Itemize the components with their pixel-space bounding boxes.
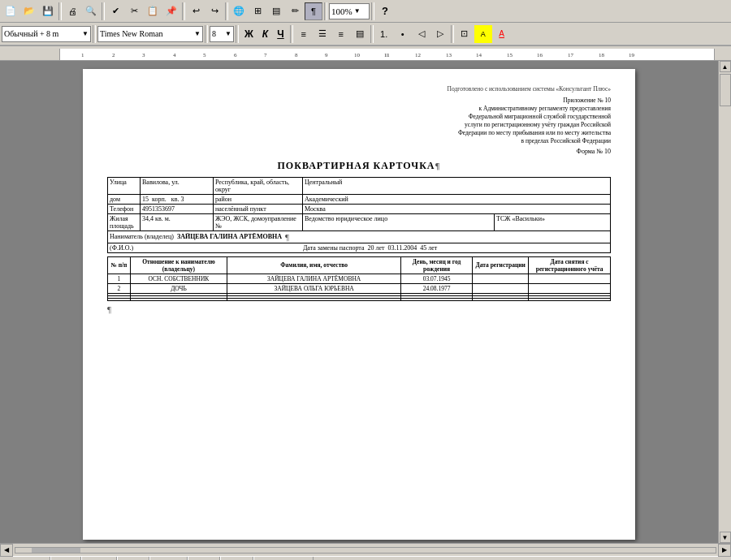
- justify-button[interactable]: ▤: [351, 25, 369, 43]
- fio-label: (Ф.И.О.): [110, 244, 133, 252]
- dom-cells: 15 корп. кв. 3: [141, 194, 214, 204]
- cell-rel: ОСН. СОБСТВЕННИК: [130, 274, 227, 283]
- hyperlink-button[interactable]: 🌐: [230, 2, 248, 20]
- scroll-thumb[interactable]: [720, 74, 731, 106]
- status-col: Кол 1: [81, 557, 117, 560]
- cell-name: [227, 298, 401, 300]
- scroll-right-button[interactable]: ▶: [718, 544, 731, 557]
- separator12: [451, 25, 454, 43]
- street-label-cell: Улица: [108, 177, 141, 194]
- help-button[interactable]: ?: [376, 2, 394, 20]
- highlight-button[interactable]: A: [474, 25, 492, 43]
- status-vdl: ВДЛ: [188, 557, 220, 560]
- cell-dereg: [529, 283, 611, 293]
- cell-reg: [473, 283, 529, 293]
- scrollbar-vertical[interactable]: ▲ ▼: [718, 61, 731, 543]
- scroll-down-button[interactable]: ▼: [720, 532, 731, 543]
- scroll-left-button[interactable]: ◀: [0, 544, 13, 557]
- font-dropdown[interactable]: Times New Roman ▼: [97, 26, 203, 42]
- columns-button[interactable]: ▤: [267, 2, 285, 20]
- scroll-up-button[interactable]: ▲: [720, 61, 731, 72]
- separator8: [205, 25, 208, 43]
- cell-name: ЗАЙЦЕВА ГАЛИНА АРТЁМОВНА: [227, 274, 401, 283]
- separator10: [290, 25, 293, 43]
- appendix-line5: Федерации по месту прибывания или по мес…: [107, 129, 611, 137]
- status-lang: русский (Ро: [253, 557, 314, 560]
- bold-button[interactable]: Ж: [240, 25, 257, 43]
- print-preview-button[interactable]: 🔍: [82, 2, 100, 20]
- font-label: Times New Roman: [100, 29, 194, 38]
- zoom-box[interactable]: 100% ▼: [329, 3, 370, 19]
- status-bar: На 1,5см Ст 1 Кол 1 ЗАП ИСПР ВДЛ ЗАМ рус…: [0, 556, 731, 560]
- tel-label-cell: Телефон: [108, 204, 141, 213]
- zhpl-label-cell: Жилая площадь: [108, 213, 141, 230]
- cell-dereg: [529, 274, 611, 283]
- cell-birth: 24.08.1977: [401, 283, 473, 293]
- underline-button[interactable]: Ч: [273, 25, 288, 43]
- font-dropdown-icon[interactable]: ▼: [194, 30, 201, 37]
- indent-increase-button[interactable]: ▷: [431, 25, 449, 43]
- size-dropdown-icon[interactable]: ▼: [225, 30, 231, 37]
- paragraph-marks-button[interactable]: ¶: [305, 2, 322, 20]
- cell-birth: [401, 298, 473, 300]
- scrollbar-horizontal-container: ◀ ▶: [0, 543, 731, 556]
- scroll-thumb-h[interactable]: [32, 548, 80, 553]
- zoom-dropdown-icon[interactable]: ▼: [354, 7, 361, 15]
- table-row: [108, 298, 611, 300]
- paste-button[interactable]: 📌: [162, 2, 180, 20]
- new-button[interactable]: 📄: [2, 2, 19, 20]
- scrollbar-track[interactable]: [15, 547, 716, 554]
- save-button[interactable]: 💾: [39, 2, 57, 20]
- col-reg-header: Дата регистрации: [473, 256, 529, 274]
- passp-section: Дата замены паспорта 20 лет 03.11.2004 4…: [303, 244, 437, 252]
- undo-button[interactable]: ↩: [187, 2, 205, 20]
- ruler: 1 2 3 4 5 6 7 8 9 10 11 12 13 14 15 16 1…: [0, 46, 731, 61]
- cell-rel: ДОЧЬ: [130, 283, 227, 293]
- city-value-cell: Москва: [303, 204, 611, 213]
- drawing-button[interactable]: ✏: [286, 2, 304, 20]
- cut-button[interactable]: ✂: [125, 2, 143, 20]
- col-num-header: № п/п: [108, 256, 131, 274]
- separator3: [182, 2, 185, 20]
- indent-decrease-button[interactable]: ◁: [413, 25, 430, 43]
- status-zap: ЗАП: [117, 557, 149, 560]
- style-dropdown[interactable]: Обычный + 8 m ▼: [2, 26, 91, 42]
- zoom-value: 100%: [331, 6, 353, 16]
- style-label: Обычный + 8 m: [4, 29, 82, 38]
- cell-birth: 03.07.1945: [401, 274, 473, 283]
- col-birth-header: День, месяц и год рождения: [401, 256, 473, 274]
- para-mark1: ¶: [285, 232, 289, 242]
- vedomstvo-cell: Ведомство юридическое лицо: [303, 213, 495, 230]
- table-button[interactable]: ⊞: [249, 2, 266, 20]
- outside-border-button[interactable]: ⊡: [456, 25, 474, 43]
- final-para: ¶: [107, 304, 611, 314]
- separator5: [324, 2, 327, 20]
- size-label: 8: [212, 29, 225, 38]
- align-center-button[interactable]: ☰: [314, 25, 331, 43]
- bullets-button[interactable]: •: [394, 25, 412, 43]
- nanimat-row: Наниматель (владелец) ЗАЙЦЕВА ГАЛИНА АРТ…: [107, 231, 611, 243]
- print-button[interactable]: 🖨: [63, 2, 81, 20]
- spell-button[interactable]: ✔: [106, 2, 124, 20]
- col-name-header: Фамилия, имя, отчество: [227, 256, 401, 274]
- col-dereg-header: Дата снятия с регистрационного учёта: [529, 256, 611, 274]
- doc-area[interactable]: Подготовлено с использованием системы «К…: [0, 61, 718, 543]
- cell-num: 1: [108, 274, 131, 283]
- separator6: [371, 2, 374, 20]
- style-dropdown-icon[interactable]: ▼: [82, 30, 89, 37]
- appendix-line2: к Административному регламенту предостав…: [107, 105, 611, 113]
- open-button[interactable]: 📂: [20, 2, 38, 20]
- align-right-button[interactable]: ≡: [332, 25, 350, 43]
- italic-button[interactable]: К: [258, 25, 272, 43]
- rayon-value-cell: Академический: [303, 194, 611, 204]
- numbering-button[interactable]: 1.: [375, 25, 393, 43]
- copy-button[interactable]: 📋: [144, 2, 162, 20]
- doc-header-prepared: Подготовлено с использованием системы «К…: [107, 85, 611, 93]
- ruler-white: [59, 49, 715, 60]
- align-left-button[interactable]: ≡: [295, 25, 313, 43]
- appendix-line4: услуги по регистрационному учёту граждан…: [107, 121, 611, 129]
- size-dropdown[interactable]: 8 ▼: [210, 26, 234, 42]
- doc-title: ПОКВАРТИРНАЯ КАРТОЧКА¶: [107, 160, 611, 172]
- font-color-button[interactable]: A: [493, 25, 511, 43]
- redo-button[interactable]: ↪: [205, 2, 223, 20]
